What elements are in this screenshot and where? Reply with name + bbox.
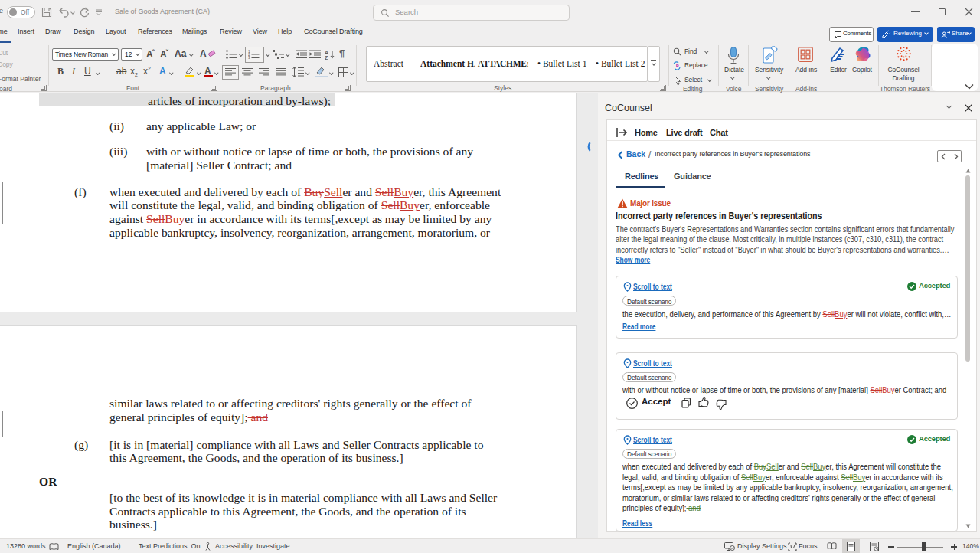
svg-text:Z: Z [325,55,328,60]
svg-text:A: A [325,50,328,55]
svg-text:b: b [676,63,679,67]
svg-text:3: 3 [248,56,250,59]
